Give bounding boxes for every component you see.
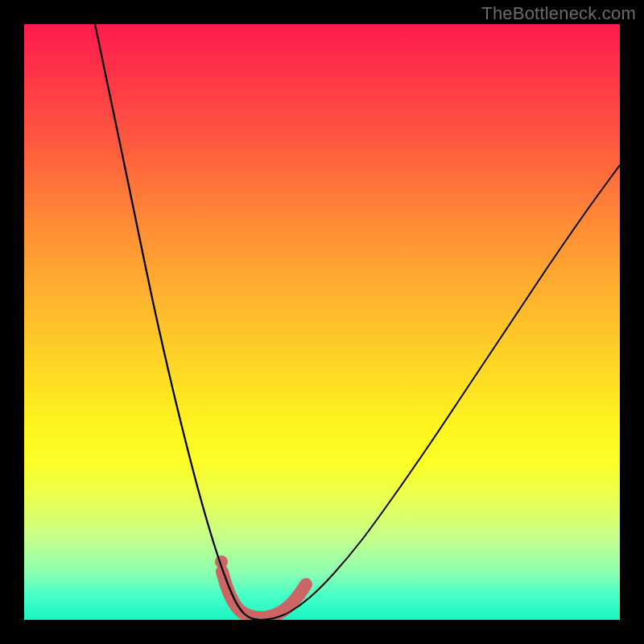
highlight-band: [222, 572, 306, 617]
curves-svg: [24, 24, 620, 620]
right-curve: [259, 165, 620, 620]
chart-frame: TheBottleneck.com: [0, 0, 644, 644]
watermark-label: TheBottleneck.com: [481, 3, 636, 24]
left-curve: [95, 24, 259, 620]
plot-area: [24, 24, 620, 620]
